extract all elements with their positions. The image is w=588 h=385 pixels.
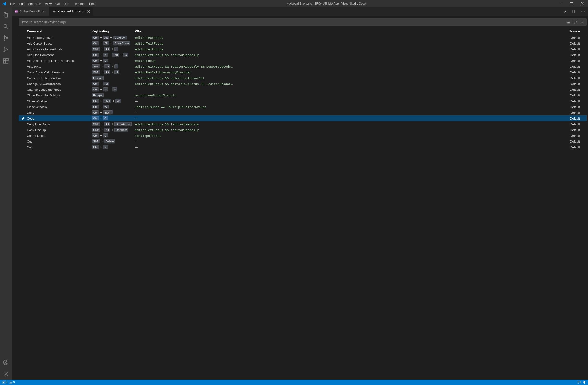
- keybinding-row[interactable]: Cursor UndoCtrl+UtextInputFocusDefault: [19, 133, 587, 139]
- sort-precedence-icon[interactable]: [573, 20, 577, 24]
- record-keys-icon[interactable]: [566, 20, 570, 24]
- keybinding-row[interactable]: Add Cursor BelowCtrl+Alt+DownArroweditor…: [19, 41, 587, 46]
- menu-view[interactable]: View: [43, 0, 54, 7]
- menu-go[interactable]: Go: [54, 0, 62, 7]
- status-bell-icon[interactable]: [583, 381, 586, 384]
- source-cell: Default: [562, 145, 581, 149]
- command-cell: Add Selection To Next Find Match: [27, 59, 92, 63]
- svg-rect-9: [6, 61, 8, 63]
- key-cap: Alt: [104, 122, 110, 126]
- keybinding-row[interactable]: Change All OccurrencesCtrl+F2editorTextF…: [19, 81, 587, 87]
- key-cap: .: [114, 64, 118, 69]
- extensions-icon[interactable]: [0, 55, 12, 67]
- key-cap: Ctrl: [92, 87, 99, 92]
- search-icon[interactable]: [0, 21, 12, 32]
- tab-label: AuthorController.cs: [20, 10, 46, 13]
- menu-edit[interactable]: Edit: [17, 0, 26, 7]
- key-cap: K: [103, 53, 108, 57]
- menu-selection[interactable]: Selection: [26, 0, 43, 7]
- keybinding-row[interactable]: Copy Line DownShift+Alt+DownArroweditorT…: [19, 121, 587, 127]
- tab-close-icon[interactable]: [86, 10, 90, 13]
- keybinding-row[interactable]: Add Line CommentCtrl+KCtrl+CeditorTextFo…: [19, 52, 587, 58]
- window-title: Keyboard Shortcuts - EFCore5InMvcApp - V…: [98, 2, 555, 5]
- key-cap: Ctrl: [92, 53, 99, 57]
- svg-point-12: [5, 361, 7, 363]
- source-cell: Default: [562, 88, 581, 91]
- keybinding-row[interactable]: Change Language ModeCtrl+KM—Default: [19, 87, 587, 92]
- keybinding-cell: Ctrl+Alt+DownArrow: [92, 41, 135, 46]
- open-keybindings-json-icon[interactable]: [563, 9, 568, 14]
- status-errors[interactable]: 0: [2, 381, 7, 384]
- keybinding-row[interactable]: Copy Line UpShift+Alt+UpArroweditorTextF…: [19, 127, 587, 133]
- keybinding-row[interactable]: CopyCtrl+C—Default: [19, 116, 587, 121]
- keybindings-icon: [52, 10, 56, 13]
- errors-count: 0: [6, 381, 7, 384]
- keybinding-row[interactable]: CopyCtrl+Insert—Default: [19, 110, 587, 116]
- col-command[interactable]: Command: [27, 30, 92, 33]
- svg-rect-1: [570, 2, 573, 5]
- menu-help[interactable]: Help: [87, 0, 98, 7]
- status-feedback-icon[interactable]: [577, 381, 581, 384]
- keybinding-row[interactable]: Add Cursor AboveCtrl+Alt+UpArroweditorTe…: [19, 35, 587, 41]
- maximize-button[interactable]: [566, 0, 577, 7]
- keybinding-row[interactable]: Auto Fix...Shift+Alt+.editorTextFocus &&…: [19, 64, 587, 69]
- tab-authorcontroller-cs[interactable]: C#AuthorController.cs: [12, 7, 49, 16]
- status-warnings[interactable]: 0: [9, 381, 15, 384]
- keybinding-row[interactable]: Cancel Selection AnchorEscapeeditorTextF…: [19, 75, 587, 81]
- svg-point-22: [583, 11, 583, 12]
- search-input[interactable]: [19, 20, 564, 24]
- when-cell: —: [135, 111, 562, 115]
- keybinding-cell: Ctrl+Insert: [92, 110, 135, 115]
- svg-rect-29: [574, 21, 576, 21]
- keybinding-row[interactable]: Add Selection To Next Find MatchCtrl+Ded…: [19, 58, 587, 64]
- keybinding-row[interactable]: Add Cursors to Line EndsShift+Alt+Iedito…: [19, 46, 587, 52]
- keybinding-row[interactable]: Close WindowCtrl+W!editorIsOpen && !mult…: [19, 104, 587, 110]
- key-cap: Alt: [103, 41, 109, 46]
- settings-gear-icon[interactable]: [0, 368, 12, 380]
- key-cap: Shift: [92, 70, 100, 74]
- menu-run[interactable]: Run: [62, 0, 71, 7]
- key-cap: Shift: [92, 122, 100, 126]
- svg-rect-7: [3, 59, 5, 61]
- col-keybinding[interactable]: Keybinding: [92, 30, 135, 33]
- close-button[interactable]: [577, 0, 588, 7]
- accounts-icon[interactable]: [0, 357, 12, 368]
- more-actions-icon[interactable]: [580, 9, 586, 14]
- explorer-icon[interactable]: [0, 9, 12, 21]
- keybinding-cell: Escape: [92, 76, 135, 80]
- key-cap: F2: [103, 81, 109, 86]
- key-cap: DownArrow: [113, 41, 130, 46]
- edit-icon[interactable]: [21, 117, 25, 120]
- key-cap: Ctrl: [92, 145, 99, 149]
- menu-file[interactable]: File: [8, 0, 17, 7]
- keybinding-row[interactable]: Close Exception WidgetEscapeexceptionWid…: [19, 92, 587, 98]
- source-cell: Default: [562, 140, 581, 143]
- keybinding-row[interactable]: CutShift+Delete—Default: [19, 139, 587, 144]
- col-when[interactable]: When: [135, 30, 562, 33]
- keybinding-row[interactable]: Close WindowCtrl+Shift+W—Default: [19, 98, 587, 104]
- when-cell: !editorIsOpen && !multipleEditorGroups: [135, 105, 562, 109]
- source-control-icon[interactable]: [0, 32, 12, 44]
- menu-terminal[interactable]: Terminal: [71, 0, 87, 7]
- command-cell: Add Cursors to Line Ends: [27, 47, 92, 51]
- tab-keyboard-shortcuts[interactable]: Keyboard Shortcuts: [49, 7, 93, 16]
- keybinding-row[interactable]: Calls: Show Call HierarchyShift+Alt+Hedi…: [19, 69, 587, 75]
- split-editor-icon[interactable]: [572, 9, 577, 14]
- key-cap: C: [103, 116, 108, 121]
- svg-rect-30: [574, 22, 575, 22]
- when-cell: editorTextFocus: [135, 47, 562, 51]
- run-debug-icon[interactable]: [0, 44, 12, 55]
- key-cap: Alt: [103, 36, 109, 40]
- filter-icon[interactable]: [580, 20, 584, 24]
- svg-point-26: [568, 21, 568, 22]
- minimize-button[interactable]: [555, 0, 566, 7]
- key-cap: UpArrow: [114, 128, 128, 132]
- keybinding-row[interactable]: CutCtrl+X—Default: [19, 144, 587, 150]
- key-cap: Ctrl: [112, 53, 119, 57]
- key-cap: Alt: [104, 70, 110, 74]
- keybinding-cell: Ctrl+D: [92, 59, 135, 63]
- col-source[interactable]: Source: [562, 30, 581, 33]
- key-cap: Ctrl: [92, 81, 99, 86]
- main-area: C#AuthorController.csKeyboard Shortcuts: [0, 7, 588, 380]
- svg-point-25: [567, 21, 567, 22]
